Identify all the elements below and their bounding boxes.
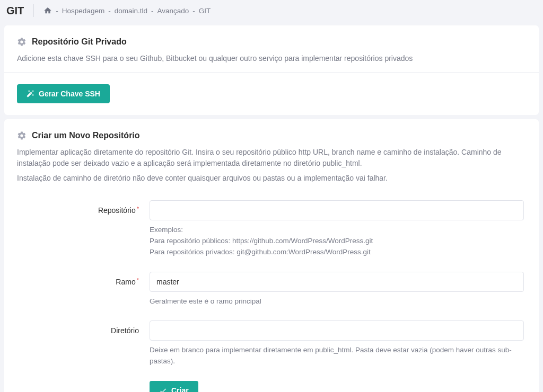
- branch-label: Ramo: [116, 278, 135, 286]
- card-description-line2: Instalação de caminho de diretório não d…: [17, 173, 526, 184]
- form-row-submit: Criar: [17, 381, 526, 392]
- create-button[interactable]: Criar: [150, 381, 198, 392]
- form-label-col: Diretório: [17, 320, 150, 367]
- directory-help: Deixe em branco para implementar diretam…: [150, 345, 524, 367]
- form-input-col: Deixe em branco para implementar diretam…: [150, 320, 526, 367]
- directory-label: Diretório: [111, 326, 139, 335]
- breadcrumb: - Hospedagem - domain.tld - Avançado - G…: [43, 6, 211, 15]
- repo-input[interactable]: [150, 200, 524, 220]
- repo-help-title: Exemplos:: [150, 225, 524, 236]
- breadcrumb-sep: -: [108, 7, 111, 15]
- branch-input[interactable]: [150, 272, 524, 292]
- check-icon: [159, 387, 167, 392]
- button-label: Gerar Chave SSH: [39, 90, 100, 98]
- card-ssh-private-repo: Repositório Git Privado Adicione esta ch…: [4, 25, 539, 115]
- gears-icon: [17, 131, 27, 140]
- magic-wand-icon: [27, 90, 34, 97]
- page-title: GIT: [6, 5, 33, 17]
- required-indicator: *: [137, 277, 139, 283]
- form-input-col: Exemplos: Para repositório públicos: htt…: [150, 200, 526, 258]
- page-header: GIT - Hospedagem - domain.tld - Avançado…: [0, 0, 543, 21]
- form-row-branch: Ramo* Geralmente este é o ramo principal: [17, 272, 526, 307]
- card-header: Repositório Git Privado: [17, 37, 526, 47]
- form-label-col: Repositório*: [17, 200, 150, 258]
- form-row-directory: Diretório Deixe em branco para implement…: [17, 320, 526, 367]
- card-header: Criar um Novo Repositório: [17, 131, 526, 140]
- required-indicator: *: [137, 206, 139, 212]
- repo-help-private: Para repositórios privados: git@github.c…: [150, 247, 524, 258]
- breadcrumb-sep: -: [56, 7, 58, 15]
- card-create-repo: Criar um Novo Repositório Implementar ap…: [4, 119, 539, 392]
- repo-help: Exemplos: Para repositório públicos: htt…: [150, 225, 524, 258]
- button-label: Criar: [171, 386, 189, 392]
- card-divider: [4, 72, 539, 73]
- card-title: Repositório Git Privado: [32, 37, 127, 47]
- form-row-repo: Repositório* Exemplos: Para repositório …: [17, 200, 526, 258]
- home-icon[interactable]: [43, 6, 52, 15]
- repo-label: Repositório: [98, 206, 136, 215]
- form-input-col: Geralmente este é o ramo principal: [150, 272, 526, 307]
- card-description-line1: Implementar aplicação diretamente do rep…: [17, 147, 526, 170]
- breadcrumb-git[interactable]: GIT: [199, 7, 211, 15]
- breadcrumb-hosting[interactable]: Hospedagem: [62, 7, 104, 15]
- branch-help: Geralmente este é o ramo principal: [150, 296, 524, 307]
- directory-input[interactable]: [150, 320, 524, 341]
- gears-icon: [17, 37, 27, 47]
- breadcrumb-domain[interactable]: domain.tld: [115, 7, 147, 15]
- form-label-col: Ramo*: [17, 272, 150, 307]
- breadcrumb-sep: -: [192, 7, 195, 15]
- card-title: Criar um Novo Repositório: [32, 131, 140, 140]
- header-divider: [33, 4, 34, 17]
- breadcrumb-sep: -: [151, 7, 154, 15]
- breadcrumb-advanced[interactable]: Avançado: [157, 7, 189, 15]
- generate-ssh-key-button[interactable]: Gerar Chave SSH: [17, 84, 110, 103]
- repo-help-public: Para repositório públicos: https://githu…: [150, 236, 524, 247]
- card-description: Adicione esta chave SSH para o seu Githu…: [17, 53, 526, 65]
